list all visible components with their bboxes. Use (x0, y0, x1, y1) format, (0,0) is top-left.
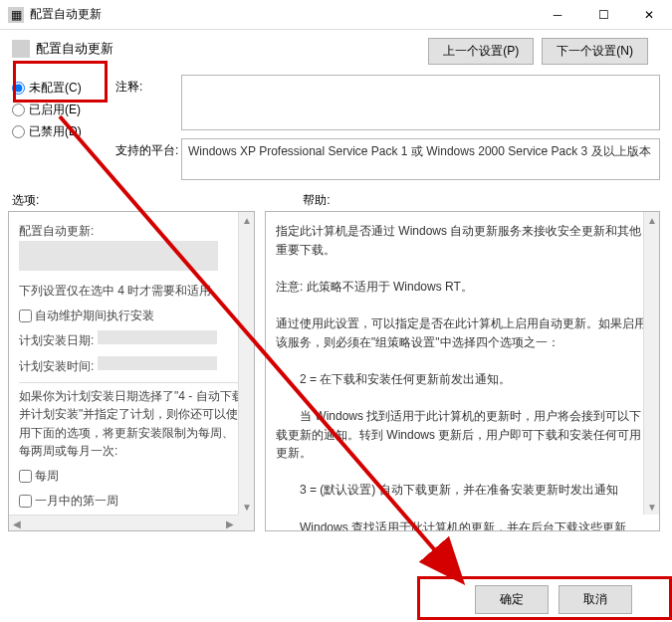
scroll-down-icon[interactable]: ▼ (239, 499, 255, 515)
radio-disabled[interactable] (12, 125, 25, 138)
radio-enabled-label: 已启用(E) (29, 102, 81, 118)
platform-text: Windows XP Professional Service Pack 1 或… (181, 138, 660, 180)
help-label: 帮助: (303, 192, 330, 209)
chk-weekly-label: 每周 (35, 469, 59, 483)
scroll-up-icon[interactable]: ▲ (644, 212, 660, 228)
help-opt2: 2 = 在下载和安装任何更新前发出通知。 (276, 370, 649, 389)
sched-time-label: 计划安装时间: (19, 359, 94, 373)
scroll-down-icon[interactable]: ▼ (644, 499, 660, 515)
combo-placeholder[interactable] (19, 241, 218, 271)
comment-textarea[interactable] (181, 75, 660, 130)
help-p2: 注意: 此策略不适用于 Windows RT。 (276, 278, 649, 297)
chk-first-week-label: 一月中的第一周 (35, 494, 118, 508)
radio-disabled-label: 已禁用(D) (29, 123, 82, 140)
policy-icon: ▦ (8, 7, 24, 23)
platform-label: 支持的平台: (115, 138, 181, 180)
policy-icon (12, 40, 30, 58)
help-p3: 通过使用此设置，可以指定是否在此计算机上启用自动更新。如果启用该服务，则必须在"… (276, 314, 649, 351)
options-panel: 配置自动更新: 下列设置仅在选中 4 时才需要和适用。 自动维护期间执行安装 计… (8, 211, 255, 531)
next-setting-button[interactable]: 下一个设置(N) (542, 38, 648, 65)
close-button[interactable]: ✕ (626, 0, 672, 29)
window-title: 配置自动更新 (30, 6, 535, 23)
help-panel: 指定此计算机是否通过 Windows 自动更新服务来接收安全更新和其他重要下载。… (265, 211, 660, 531)
chk-first-week[interactable] (19, 495, 32, 508)
scroll-up-icon[interactable]: ▲ (239, 212, 255, 228)
options-note: 下列设置仅在选中 4 时才需要和适用。 (19, 282, 244, 301)
radio-enabled[interactable] (12, 104, 25, 116)
radio-not-configured-label: 未配置(C) (29, 80, 82, 97)
ok-button[interactable]: 确定 (475, 585, 549, 614)
help-p1: 指定此计算机是否通过 Windows 自动更新服务来接收安全更新和其他重要下载。 (276, 222, 649, 259)
prev-setting-button[interactable]: 上一个设置(P) (428, 38, 534, 65)
maximize-button[interactable]: ☐ (580, 0, 626, 29)
scroll-left-icon[interactable]: ◀ (9, 516, 25, 531)
cancel-button[interactable]: 取消 (559, 585, 632, 614)
radio-not-configured[interactable] (12, 82, 25, 95)
scroll-right-icon[interactable]: ▶ (222, 516, 238, 531)
scrollbar-horizontal[interactable]: ◀ ▶ (9, 515, 238, 530)
chk-maintenance[interactable] (19, 310, 32, 322)
chk-maintenance-label: 自动维护期间执行安装 (35, 309, 154, 322)
minimize-button[interactable]: ─ (535, 0, 580, 29)
options-title: 配置自动更新: (19, 222, 244, 241)
comment-label: 注释: (115, 75, 181, 130)
scrollbar-vertical[interactable]: ▲ ▼ (238, 212, 254, 515)
page-title: 配置自动更新 (36, 40, 428, 58)
help-opt3: 3 = (默认设置) 自动下载更新，并在准备安装更新时发出通知 (276, 481, 649, 500)
chk-weekly[interactable] (19, 470, 32, 483)
options-paragraph: 如果你为计划安装日期选择了"4 - 自动下载并计划安装"并指定了计划，则你还可以… (19, 387, 244, 461)
sched-date-label: 计划安装日期: (19, 333, 94, 347)
help-opt3-desc: Windows 查找适用于此计算机的更新，并在后台下载这些更新（在此过程中，用户… (276, 518, 649, 531)
options-label: 选项: (12, 192, 39, 209)
help-opt2-desc: 当 Windows 找到适用于此计算机的更新时，用户将会接到可以下载更新的通知。… (276, 407, 649, 463)
sched-date-combo[interactable] (98, 330, 217, 344)
sched-time-combo[interactable] (98, 356, 217, 370)
scrollbar-vertical[interactable]: ▲ ▼ (643, 212, 659, 515)
